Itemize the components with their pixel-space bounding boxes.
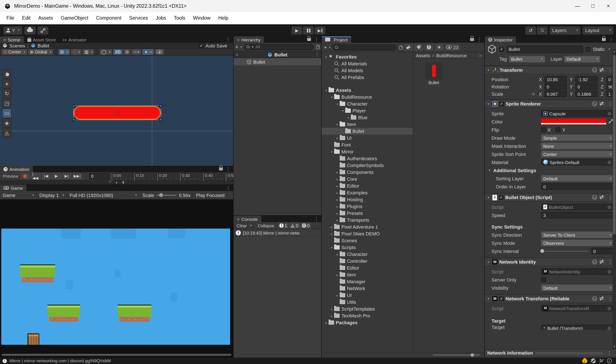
- presets-icon[interactable]: [599, 297, 604, 300]
- scrollbar-thumb[interactable]: [613, 55, 616, 234]
- game-horizontal-scrollbar[interactable]: [2, 354, 232, 356]
- script-object-field[interactable]: #BulletObject◎: [541, 204, 614, 210]
- next-key-button[interactable]: ▶|: [62, 173, 71, 179]
- presets-icon[interactable]: [599, 260, 604, 264]
- tree-expand-arrow[interactable]: ►: [329, 307, 334, 310]
- tab-animator[interactable]: ↦Animator: [59, 36, 90, 43]
- pause-button[interactable]: [303, 26, 314, 34]
- tree-row[interactable]: ► Transports: [322, 217, 413, 223]
- tree-row[interactable]: ► ScriptTemplates: [322, 305, 413, 312]
- component-enabled-checkbox[interactable]: ✓: [499, 296, 504, 301]
- presets-icon[interactable]: [599, 102, 604, 106]
- status-message[interactable]: Mirror | mirror-networking.com | discord…: [9, 358, 111, 363]
- undo-history-button[interactable]: ↺: [525, 26, 536, 34]
- step-button[interactable]: ▶: [315, 26, 325, 34]
- gameobject-icon[interactable]: [487, 44, 497, 54]
- clear-dropdown-icon[interactable]: ▾: [250, 224, 252, 227]
- scroll-down-arrow[interactable]: ▲: [613, 346, 616, 348]
- tree-row[interactable]: ▼ Assets: [322, 87, 413, 93]
- help-icon[interactable]: ?: [592, 259, 597, 264]
- mask-interaction-dropdown[interactable]: None▾: [541, 143, 614, 149]
- tree-expand-arrow[interactable]: ►: [335, 219, 340, 221]
- x-field[interactable]: [545, 83, 567, 90]
- tree-row[interactable]: ► Components: [322, 169, 413, 176]
- tree-row[interactable]: ▼ Favorites: [322, 53, 413, 60]
- tab-console[interactable]: ≡Console: [233, 216, 261, 222]
- menu-item[interactable]: Edit: [18, 15, 34, 21]
- foldout-icon[interactable]: ▼: [486, 69, 491, 72]
- menu-item[interactable]: Tools: [170, 15, 189, 21]
- speed-field[interactable]: [541, 212, 614, 218]
- x-field[interactable]: [545, 76, 567, 82]
- tree-row[interactable]: ▼ Mirror: [322, 148, 413, 155]
- breadcrumb-current[interactable]: Bullet: [37, 43, 49, 48]
- menu-item[interactable]: Assets: [34, 15, 57, 21]
- help-icon[interactable]: ?: [592, 101, 597, 106]
- material-object-field[interactable]: Sprites-Default◎: [541, 159, 614, 165]
- display-dropdown[interactable]: Display 1▾: [37, 191, 67, 199]
- create-asset-button[interactable]: +▾: [324, 44, 330, 50]
- bullet-script-header[interactable]: ▼ # ✓ Bullet Object (Script) ?⋮: [485, 193, 616, 202]
- presets-icon[interactable]: [599, 195, 604, 199]
- tree-row[interactable]: Utils: [322, 299, 413, 305]
- tree-row[interactable]: Bullet: [322, 128, 413, 135]
- inspector-scrollbar[interactable]: ▲ ▲: [613, 49, 616, 349]
- tree-row[interactable]: All Materials: [322, 60, 413, 67]
- prev-key-button[interactable]: |◀: [41, 173, 51, 179]
- tree-expand-arrow[interactable]: ▼: [341, 109, 345, 112]
- visibility-dropdown[interactable]: Default▾: [541, 285, 614, 291]
- create-object-button[interactable]: +▾: [235, 44, 242, 50]
- foldout-icon[interactable]: ▼: [486, 260, 491, 263]
- sprite-object-field[interactable]: Capsule◎: [541, 110, 614, 117]
- prefab-title[interactable]: Bullet: [233, 52, 321, 57]
- tab-project[interactable]: Project: [322, 36, 351, 43]
- tree-expand-arrow[interactable]: ▼: [329, 246, 334, 249]
- panel-menu-icon[interactable]: ⋮: [224, 166, 232, 172]
- tree-expand-arrow[interactable]: ▼: [335, 102, 340, 105]
- tree-expand-arrow[interactable]: ▼: [335, 123, 340, 126]
- tree-row[interactable]: ▼ Scripts: [322, 244, 413, 251]
- flip-y-checkbox[interactable]: [556, 127, 561, 132]
- play-button[interactable]: ▶: [291, 26, 302, 34]
- maximize-button[interactable]: □: [585, 0, 601, 12]
- object-picker-icon[interactable]: ◎: [608, 325, 611, 330]
- y-field[interactable]: [575, 91, 598, 97]
- sort-point-dropdown[interactable]: Center▾: [541, 151, 614, 157]
- search-scope-icon[interactable]: ▾: [252, 45, 253, 49]
- lock-icon[interactable]: [307, 38, 311, 41]
- tree-row[interactable]: ► TextMesh Pro: [322, 312, 413, 319]
- tree-expand-arrow[interactable]: ►: [335, 205, 340, 208]
- tree-row[interactable]: CompilerSymbols: [322, 162, 413, 169]
- foldout-icon[interactable]: ▼: [486, 297, 491, 300]
- version-control-button[interactable]: [38, 26, 48, 34]
- menu-item[interactable]: Services: [125, 15, 152, 21]
- scene-visibility-button[interactable]: [155, 49, 164, 55]
- tree-row[interactable]: ► Item: [322, 271, 413, 278]
- tree-expand-arrow[interactable]: ►: [335, 184, 340, 187]
- tree-row[interactable]: ► UI: [322, 135, 413, 142]
- tree-row[interactable]: Font: [322, 142, 413, 148]
- tree-expand-arrow[interactable]: ►: [335, 253, 340, 256]
- tab-inspector[interactable]: i Inspector: [485, 36, 516, 43]
- rect-tool[interactable]: ▭: [2, 108, 12, 118]
- layer-dropdown[interactable]: Default▾: [564, 56, 600, 62]
- tree-expand-arrow[interactable]: ►: [346, 116, 351, 119]
- transform-tool[interactable]: ◈: [2, 118, 12, 128]
- view-hand-tool[interactable]: [2, 69, 12, 78]
- tree-row[interactable]: Controller: [322, 258, 413, 264]
- layers-dropdown[interactable]: Layers▾: [550, 26, 580, 34]
- breadcrumb-scenes[interactable]: Scenes: [9, 43, 25, 48]
- scroll-up-arrow[interactable]: ▲: [613, 50, 616, 52]
- hidden-count-button[interactable]: !: [424, 44, 433, 51]
- tree-expand-arrow[interactable]: ▼: [324, 55, 329, 58]
- lock-icon[interactable]: [219, 168, 223, 170]
- script-object-field[interactable]: MNetworkIdentity◎: [541, 268, 614, 275]
- tree-row[interactable]: All Prefabs: [322, 74, 413, 81]
- display-target-dropdown[interactable]: Game▾: [0, 191, 37, 199]
- menu-item[interactable]: Window: [189, 15, 214, 21]
- resize-handle[interactable]: [159, 118, 163, 121]
- sync-mode-dropdown[interactable]: Observers▾: [541, 240, 614, 246]
- network-transform-header[interactable]: ▼ M ✓ Network Transform (Reliable ?⋮: [485, 294, 616, 303]
- breadcrumb-buildresource[interactable]: BuildResource: [436, 53, 467, 58]
- tree-row[interactable]: Scenes: [322, 237, 413, 244]
